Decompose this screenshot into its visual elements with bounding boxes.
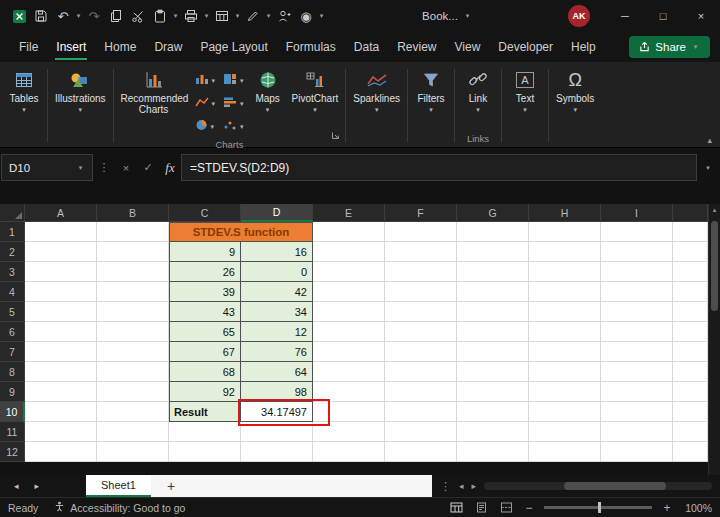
column-header-G[interactable]: G	[457, 204, 529, 222]
filters-button[interactable]: Filters ▾	[411, 67, 451, 115]
cell-G10[interactable]	[457, 402, 529, 422]
formula-bar-handle-icon[interactable]: ⋮	[93, 154, 115, 181]
zoom-out-button[interactable]: −	[523, 501, 535, 515]
cell-F5[interactable]	[385, 302, 457, 322]
cell-F9[interactable]	[385, 382, 457, 402]
cell-B7[interactable]	[97, 342, 169, 362]
column-header-H[interactable]: H	[529, 204, 601, 222]
cell-I7[interactable]	[601, 342, 673, 362]
cell-E1[interactable]	[313, 222, 385, 242]
cell-B10[interactable]	[97, 402, 169, 422]
table-icon[interactable]	[211, 3, 233, 29]
cell-F6[interactable]	[385, 322, 457, 342]
cell-I5[interactable]	[601, 302, 673, 322]
cell-B1[interactable]	[97, 222, 169, 242]
row-header-9[interactable]: 9	[0, 382, 25, 402]
expand-formula-bar-button[interactable]: ▾	[697, 154, 719, 181]
cell-A6[interactable]	[25, 322, 97, 342]
formula-input[interactable]: =STDEV.S(D2:D9)	[181, 154, 697, 181]
maximize-button[interactable]: □	[644, 0, 682, 32]
cell-B4[interactable]	[97, 282, 169, 302]
tab-developer[interactable]: Developer	[489, 33, 562, 61]
cell-A8[interactable]	[25, 362, 97, 382]
cell-partial-1[interactable]	[673, 222, 708, 242]
cell-G6[interactable]	[457, 322, 529, 342]
share-button[interactable]: Share ▾	[629, 36, 710, 58]
name-box-chevron-icon[interactable]: ▾	[76, 164, 85, 172]
excel-app-icon[interactable]	[8, 3, 30, 29]
select-all-corner[interactable]	[0, 204, 25, 222]
pie-chart-button[interactable]: ▾	[195, 117, 216, 135]
page-layout-view-button[interactable]	[473, 501, 489, 515]
cell-F4[interactable]	[385, 282, 457, 302]
cell-I3[interactable]	[601, 262, 673, 282]
cell-A11[interactable]	[25, 422, 97, 442]
cell-F3[interactable]	[385, 262, 457, 282]
column-header-A[interactable]: A	[25, 204, 97, 222]
symbols-button[interactable]: Ω Symbols ▾	[552, 67, 598, 115]
cell-A1[interactable]	[25, 222, 97, 242]
cell-C12[interactable]	[169, 442, 241, 462]
cell-G12[interactable]	[457, 442, 529, 462]
cell-C11[interactable]	[169, 422, 241, 442]
tab-home[interactable]: Home	[95, 33, 145, 61]
cell-H5[interactable]	[529, 302, 601, 322]
add-person-icon[interactable]	[273, 3, 295, 29]
text-button[interactable]: A Text ▾	[505, 67, 545, 115]
qat-overflow-chevron-icon[interactable]: ▾	[317, 12, 326, 20]
cell-B11[interactable]	[97, 422, 169, 442]
cell-B8[interactable]	[97, 362, 169, 382]
cell-E11[interactable]	[313, 422, 385, 442]
line-chart-button[interactable]: ▾	[195, 94, 216, 112]
cell-D4[interactable]: 42	[241, 282, 313, 302]
cell-partial-3[interactable]	[673, 262, 708, 282]
cell-D7[interactable]: 76	[241, 342, 313, 362]
prev-sheet-button[interactable]: ◂	[14, 481, 19, 491]
cell-A2[interactable]	[25, 242, 97, 262]
cell-F2[interactable]	[385, 242, 457, 262]
undo-chevron-icon[interactable]: ▾	[74, 12, 83, 20]
cell-C3[interactable]: 26	[169, 262, 241, 282]
tab-view[interactable]: View	[446, 33, 490, 61]
cell-C6[interactable]: 65	[169, 322, 241, 342]
cell-A4[interactable]	[25, 282, 97, 302]
cell-B9[interactable]	[97, 382, 169, 402]
cell-H3[interactable]	[529, 262, 601, 282]
cell-H8[interactable]	[529, 362, 601, 382]
horizontal-scrollbar-thumb[interactable]	[564, 482, 667, 490]
save-icon[interactable]	[30, 3, 52, 29]
normal-view-button[interactable]	[448, 501, 464, 515]
cell-C7[interactable]: 67	[169, 342, 241, 362]
cell-E2[interactable]	[313, 242, 385, 262]
close-button[interactable]: ×	[682, 0, 720, 32]
draw-chevron-icon[interactable]: ▾	[264, 12, 273, 20]
copy-icon[interactable]	[105, 3, 127, 29]
cell-partial-12[interactable]	[673, 442, 708, 462]
cell-G5[interactable]	[457, 302, 529, 322]
tab-data[interactable]: Data	[345, 33, 388, 61]
cell-D9[interactable]: 98	[241, 382, 313, 402]
name-box[interactable]: D10 ▾	[1, 154, 93, 181]
cell-F11[interactable]	[385, 422, 457, 442]
tab-splitter-icon[interactable]: ⋮	[440, 480, 451, 493]
cell-B5[interactable]	[97, 302, 169, 322]
cell-B12[interactable]	[97, 442, 169, 462]
tab-draw[interactable]: Draw	[145, 33, 191, 61]
cell-partial-11[interactable]	[673, 422, 708, 442]
undo-icon[interactable]: ↶	[52, 3, 74, 29]
cell-partial-6[interactable]	[673, 322, 708, 342]
cell-partial-7[interactable]	[673, 342, 708, 362]
hierarchy-chart-button[interactable]: ▾	[223, 71, 244, 89]
cell-E12[interactable]	[313, 442, 385, 462]
cell-A7[interactable]	[25, 342, 97, 362]
sparklines-button[interactable]: Sparklines ▾	[349, 67, 404, 115]
cell-B2[interactable]	[97, 242, 169, 262]
cell-I9[interactable]	[601, 382, 673, 402]
cell-G2[interactable]	[457, 242, 529, 262]
cell-C8[interactable]: 68	[169, 362, 241, 382]
cell-D3[interactable]: 0	[241, 262, 313, 282]
cell-I12[interactable]	[601, 442, 673, 462]
add-sheet-button[interactable]: +	[151, 475, 175, 497]
zoom-slider[interactable]	[544, 506, 652, 509]
cell-partial-9[interactable]	[673, 382, 708, 402]
